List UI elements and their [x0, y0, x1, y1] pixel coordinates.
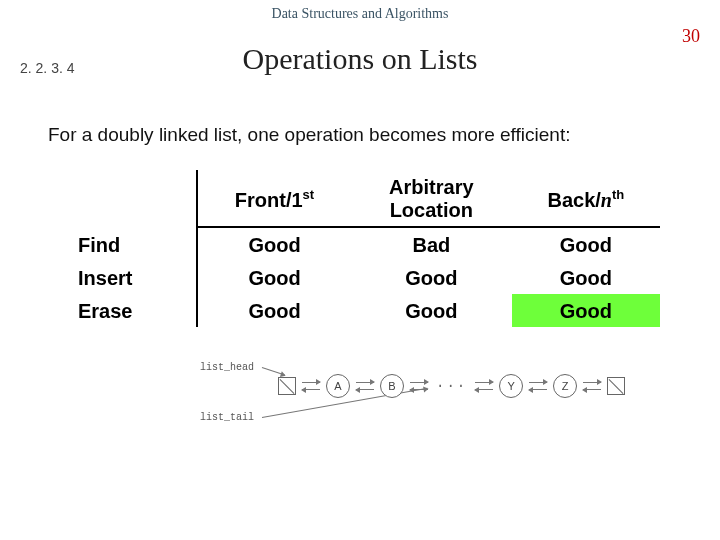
col-header-back: Back/nth	[512, 170, 660, 227]
col-header-back-prefix: Back/	[547, 188, 600, 210]
diagram-head-label: list_head	[200, 362, 254, 373]
col-header-back-sup: th	[612, 187, 624, 202]
dll-node: Y	[499, 374, 523, 398]
cell-front: Good	[197, 227, 351, 261]
null-icon	[278, 377, 296, 395]
diagram-tail-label: list_tail	[200, 412, 254, 423]
row-label: Insert	[70, 261, 197, 294]
dll-node: A	[326, 374, 350, 398]
ellipsis-icon: ···	[434, 378, 469, 394]
table-row: Insert Good Good Good	[70, 261, 660, 294]
col-header-front-sup: st	[303, 187, 315, 202]
col-header-front: Front/1st	[197, 170, 351, 227]
link-icon	[302, 380, 320, 392]
slide-title: Operations on Lists	[0, 42, 720, 76]
link-icon	[475, 380, 493, 392]
dll-diagram: list_head list_tail A B ··· Y Z	[200, 350, 520, 440]
dll-node: Z	[553, 374, 577, 398]
link-icon	[410, 380, 428, 392]
cell-back: Good	[512, 261, 660, 294]
cell-front: Good	[197, 261, 351, 294]
col-header-arbitrary: Arbitrary Location	[351, 170, 512, 227]
null-icon	[607, 377, 625, 395]
col-header-arbitrary-l1: Arbitrary	[389, 176, 473, 198]
table-corner	[70, 170, 197, 227]
cell-arbitrary: Good	[351, 261, 512, 294]
dll-node: B	[380, 374, 404, 398]
table-row: Erase Good Good Good	[70, 294, 660, 327]
link-icon	[583, 380, 601, 392]
course-title: Data Structures and Algorithms	[0, 6, 720, 22]
col-header-front-text: Front/1	[235, 188, 303, 210]
cell-front: Good	[197, 294, 351, 327]
slide: Data Structures and Algorithms 30 2. 2. …	[0, 0, 720, 540]
row-label: Find	[70, 227, 197, 261]
lead-text: For a doubly linked list, one operation …	[48, 124, 680, 146]
operations-table: Front/1st Arbitrary Location Back/nth Fi…	[70, 170, 660, 327]
cell-arbitrary: Good	[351, 294, 512, 327]
link-icon	[529, 380, 547, 392]
diagram-nodes: A B ··· Y Z	[278, 374, 625, 398]
table-row: Find Good Bad Good	[70, 227, 660, 261]
cell-back-highlight: Good	[512, 294, 660, 327]
col-header-arbitrary-l2: Location	[390, 199, 473, 221]
cell-arbitrary: Bad	[351, 227, 512, 261]
col-header-back-var: n	[601, 188, 612, 210]
link-icon	[356, 380, 374, 392]
row-label: Erase	[70, 294, 197, 327]
cell-back: Good	[512, 227, 660, 261]
